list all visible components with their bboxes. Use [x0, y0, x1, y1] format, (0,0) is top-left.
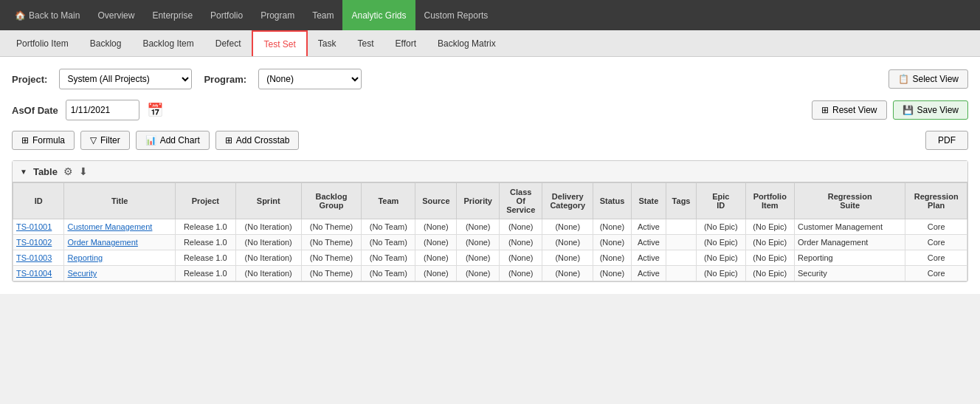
- nav-item-backlog-matrix[interactable]: Backlog Matrix: [427, 30, 507, 56]
- col-header-team: Team: [362, 183, 415, 219]
- cell-tags: [666, 250, 697, 266]
- nav-item-defect[interactable]: Defect: [205, 30, 252, 56]
- col-header-delivery-category: DeliveryCategory: [542, 183, 593, 219]
- filter-icon: ▽: [90, 135, 97, 145]
- nav-item-backlog[interactable]: Backlog: [80, 30, 133, 56]
- cell-tags: [666, 266, 697, 281]
- cell-tags: [666, 219, 697, 235]
- cell-priority: (None): [457, 219, 500, 235]
- cell-priority: (None): [457, 235, 500, 250]
- cell-title[interactable]: Reporting: [64, 250, 175, 266]
- pdf-button[interactable]: PDF: [925, 131, 968, 150]
- cell-regression-suite: Order Management: [795, 235, 905, 250]
- cell-state: Active: [631, 250, 666, 266]
- cell-source: (None): [415, 250, 457, 266]
- col-header-priority: Priority: [457, 183, 500, 219]
- nav-item-test[interactable]: Test: [348, 30, 385, 56]
- cell-title[interactable]: Security: [64, 266, 175, 281]
- cell-id[interactable]: TS-01004: [13, 266, 64, 281]
- add-crosstab-button[interactable]: ⊞ Add Crosstab: [215, 131, 300, 150]
- reset-view-button[interactable]: ⊞ Reset View: [812, 100, 886, 120]
- asof-date-label: AsOf Date: [12, 105, 58, 116]
- cell-backlog-group: (No Theme): [301, 235, 362, 250]
- cell-portfolio-item: (No Epic): [745, 219, 794, 235]
- gear-icon[interactable]: ⚙: [63, 165, 73, 177]
- collapse-icon[interactable]: ▼: [20, 168, 27, 176]
- col-header-tags: Tags: [666, 183, 697, 219]
- cell-title[interactable]: Order Management: [64, 235, 175, 250]
- main-content: Project: System (All Projects) Program: …: [0, 57, 980, 294]
- home-icon: 🏠: [15, 10, 26, 21]
- filter-button[interactable]: ▽ Filter: [80, 131, 130, 150]
- cell-delivery-category: (None): [542, 250, 593, 266]
- table-row: TS-01001 Customer Management Release 1.0…: [13, 219, 967, 235]
- nav-item-team[interactable]: Team: [303, 0, 342, 30]
- asof-date-input[interactable]: [66, 100, 139, 120]
- nav-item-portfolio-item[interactable]: Portfolio Item: [6, 30, 80, 56]
- add-chart-button[interactable]: 📊 Add Chart: [136, 131, 210, 150]
- cell-state: Active: [631, 266, 666, 281]
- download-icon[interactable]: ⬇: [79, 165, 88, 177]
- nav-item-task[interactable]: Task: [308, 30, 348, 56]
- nav-item-analytic-grids[interactable]: Analytic Grids: [342, 0, 415, 30]
- nav-item-enterprise[interactable]: Enterprise: [143, 0, 201, 30]
- cell-epic-id: (No Epic): [697, 235, 745, 250]
- cell-delivery-category: (None): [542, 266, 593, 281]
- reset-view-icon: ⊞: [821, 105, 829, 115]
- cell-id[interactable]: TS-01003: [13, 250, 64, 266]
- cell-sprint: (No Iteration): [235, 266, 301, 281]
- cell-epic-id: (No Epic): [697, 266, 745, 281]
- cell-source: (None): [415, 219, 457, 235]
- nav-item-effort[interactable]: Effort: [385, 30, 427, 56]
- nav-item-back-to-main[interactable]: 🏠 Back to Main: [6, 0, 89, 30]
- second-nav: Portfolio Item Backlog Backlog Item Defe…: [0, 30, 980, 57]
- cell-id[interactable]: TS-01001: [13, 219, 64, 235]
- cell-regression-suite: Security: [795, 266, 905, 281]
- cell-team: (No Team): [362, 266, 415, 281]
- save-view-icon: 💾: [903, 105, 914, 115]
- cell-tags: [666, 235, 697, 250]
- cell-portfolio-item: (No Epic): [745, 235, 794, 250]
- cell-delivery-category: (None): [542, 219, 593, 235]
- cell-project: Release 1.0: [175, 266, 235, 281]
- cell-regression-plan: Core: [905, 235, 967, 250]
- program-label: Program:: [204, 74, 246, 85]
- nav-item-program[interactable]: Program: [252, 0, 303, 30]
- cell-delivery-category: (None): [542, 235, 593, 250]
- table-row: TS-01003 Reporting Release 1.0 (No Itera…: [13, 250, 967, 266]
- data-table: ID Title Project Sprint BacklogGroup Tea…: [13, 182, 967, 281]
- cell-regression-plan: Core: [905, 219, 967, 235]
- cell-class-of-service: (None): [500, 235, 542, 250]
- nav-item-portfolio[interactable]: Portfolio: [201, 0, 252, 30]
- table-header-row: ▼ Table ⚙ ⬇: [13, 161, 967, 182]
- nav-item-overview[interactable]: Overview: [89, 0, 143, 30]
- nav-item-custom-reports[interactable]: Custom Reports: [415, 0, 497, 30]
- col-header-project: Project: [175, 183, 235, 219]
- add-crosstab-icon: ⊞: [225, 135, 232, 145]
- cell-id[interactable]: TS-01002: [13, 235, 64, 250]
- cell-sprint: (No Iteration): [235, 219, 301, 235]
- cell-class-of-service: (None): [500, 219, 542, 235]
- cell-portfolio-item: (No Epic): [745, 250, 794, 266]
- cell-team: (No Team): [362, 250, 415, 266]
- cell-status: (None): [593, 235, 632, 250]
- project-select[interactable]: System (All Projects): [59, 69, 192, 89]
- program-select[interactable]: (None): [258, 69, 362, 89]
- cell-priority: (None): [457, 250, 500, 266]
- cell-project: Release 1.0: [175, 250, 235, 266]
- calendar-icon[interactable]: 📅: [147, 102, 163, 118]
- cell-source: (None): [415, 266, 457, 281]
- cell-sprint: (No Iteration): [235, 235, 301, 250]
- nav-item-test-set[interactable]: Test Set: [252, 30, 307, 56]
- save-view-button[interactable]: 💾 Save View: [893, 100, 968, 120]
- formula-button[interactable]: ⊞ Formula: [12, 131, 75, 150]
- col-header-regression-suite: RegressionSuite: [795, 183, 905, 219]
- nav-item-backlog-item[interactable]: Backlog Item: [132, 30, 204, 56]
- select-view-button[interactable]: 📋 Select View: [888, 69, 968, 89]
- cell-title[interactable]: Customer Management: [64, 219, 175, 235]
- col-header-sprint: Sprint: [235, 183, 301, 219]
- cell-project: Release 1.0: [175, 219, 235, 235]
- table-section-title: Table: [33, 166, 58, 177]
- formula-icon: ⊞: [21, 135, 29, 145]
- cell-status: (None): [593, 250, 632, 266]
